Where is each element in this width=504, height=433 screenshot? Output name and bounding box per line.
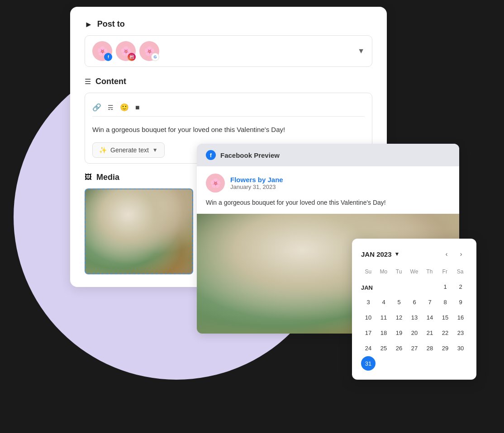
cal-day-6[interactable]: 6 [407,295,422,309]
cal-day-14[interactable]: 14 [423,310,437,325]
cal-day-9[interactable]: 9 [453,295,468,309]
cal-empty-end-6 [453,356,468,371]
cal-day-21[interactable]: 21 [423,325,437,340]
grid-icon[interactable]: ■ [135,104,140,112]
facebook-header-icon: f [206,150,216,160]
cal-day-13[interactable]: 13 [407,310,422,325]
calendar-card: JAN 2023 ▼ ‹ › Su Mo Tu We Th Fr Sa JAN … [352,239,476,380]
cal-day-1[interactable]: 1 [438,279,452,294]
content-text: Win a gorgeous bouquet for your loved on… [92,123,365,142]
generate-btn-arrow-icon: ▼ [152,147,158,153]
cal-empty-1 [376,279,391,294]
generate-text-button[interactable]: ✨ Generate text ▼ [92,142,165,158]
google-account-avatar: 🌸 G [139,41,159,61]
calendar-month-year: JAN 2023 ▼ [361,250,399,258]
calendar-next-button[interactable]: › [455,248,467,260]
post-to-header: ► Post to [85,19,372,29]
cal-day-7[interactable]: 7 [423,295,437,309]
cal-day-4[interactable]: 4 [376,295,391,309]
cal-day-17[interactable]: 17 [361,325,376,340]
cal-day-28[interactable]: 28 [423,341,437,355]
fb-preview-header: f Facebook Preview [197,144,459,166]
cal-empty-end-5 [438,356,452,371]
fb-post-avatar: 🌸 [206,174,225,193]
cal-day-20[interactable]: 20 [407,325,422,340]
calendar-navigation: ‹ › [440,248,467,260]
post-to-icon: ► [85,20,93,28]
cal-day-27[interactable]: 27 [407,341,422,355]
fb-post-date: January 31, 2023 [230,184,283,190]
cal-day-16[interactable]: 16 [453,310,468,325]
cal-day-22[interactable]: 22 [438,325,452,340]
social-icons-row: 🌸 f 🌸  🌸 G [92,41,159,61]
accounts-dropdown[interactable]: 🌸 f 🌸  🌸 G ▼ [85,35,372,67]
month-dropdown-icon[interactable]: ▼ [395,251,400,257]
calendar-header: JAN 2023 ▼ ‹ › [361,248,467,260]
facebook-account-avatar: 🌸 f [92,41,112,61]
calendar-grid: JAN 1 2 3 4 5 6 7 8 9 10 11 12 13 14 15 … [361,279,467,371]
fb-avatar-flower-icon: 🌸 [210,178,221,188]
weekday-we: We [407,267,422,277]
cal-empty-3 [407,279,422,294]
flower-image-preview [86,189,192,273]
post-to-title: Post to [97,19,125,29]
content-toolbar: 🔗 ☴ 🙂 ■ [92,99,365,117]
weekday-fr: Fr [437,267,452,277]
instagram-badge:  [128,53,136,61]
content-header: ☰ Content [85,77,372,86]
fb-account-name: Flowers by Jane [230,176,283,184]
calendar-prev-button[interactable]: ‹ [440,248,453,260]
cal-day-18[interactable]: 18 [376,325,391,340]
cal-empty-end-1 [376,356,391,371]
content-lines-icon: ☰ [85,77,91,86]
cal-day-25[interactable]: 25 [376,341,391,355]
weekday-th: Th [422,267,437,277]
cal-day-12[interactable]: 12 [392,310,406,325]
cal-day-2[interactable]: 2 [453,279,468,294]
calendar-weekdays: Su Mo Tu We Th Fr Sa [361,267,467,277]
media-title: Media [96,173,119,182]
link-icon[interactable]: 🔗 [92,103,101,112]
cal-empty-end-3 [407,356,422,371]
cal-day-23[interactable]: 23 [453,325,468,340]
weekday-tu: Tu [392,267,406,277]
cal-day-8[interactable]: 8 [438,295,452,309]
cal-day-19[interactable]: 19 [392,325,406,340]
cal-day-29[interactable]: 29 [438,341,452,355]
fb-post-body: 🌸 Flowers by Jane January 31, 2023 Win a… [197,166,459,214]
cal-day-30[interactable]: 30 [453,341,468,355]
cal-day-31[interactable]: 31 [361,356,376,371]
cal-empty-2 [392,279,406,294]
fb-post-text: Win a gorgeous bouquet for your loved on… [206,198,450,214]
cal-day-15[interactable]: 15 [438,310,452,325]
cal-day-24[interactable]: 24 [361,341,376,355]
cal-day-5[interactable]: 5 [392,295,406,309]
weekday-su: Su [361,267,376,277]
instagram-account-avatar: 🌸  [116,41,136,61]
cal-empty-4 [423,279,437,294]
facebook-badge: f [104,53,112,61]
generate-btn-label: Generate text [110,146,149,154]
sparkle-icon: ✨ [99,146,107,154]
cal-day-10[interactable]: 10 [361,310,376,325]
fb-post-meta: 🌸 Flowers by Jane January 31, 2023 [206,174,450,193]
cal-day-26[interactable]: 26 [392,341,406,355]
rss-icon[interactable]: ☴ [108,104,114,111]
fb-account-info: Flowers by Jane January 31, 2023 [230,176,283,190]
weekday-mo: Mo [376,267,391,277]
media-image[interactable] [85,188,193,274]
cal-day-11[interactable]: 11 [376,310,391,325]
dropdown-arrow-icon: ▼ [357,47,365,55]
content-title: Content [95,77,126,86]
google-badge: G [151,53,159,61]
cal-day-3[interactable]: 3 [361,295,376,309]
cal-empty-end-4 [423,356,437,371]
jan-label: JAN [361,279,376,294]
media-icon: 🖼 [85,173,92,181]
month-year-label: JAN 2023 [361,250,392,258]
cal-empty-end-2 [392,356,406,371]
fb-preview-title: Facebook Preview [220,151,280,159]
weekday-sa: Sa [453,267,467,277]
emoji-icon[interactable]: 🙂 [120,103,129,112]
